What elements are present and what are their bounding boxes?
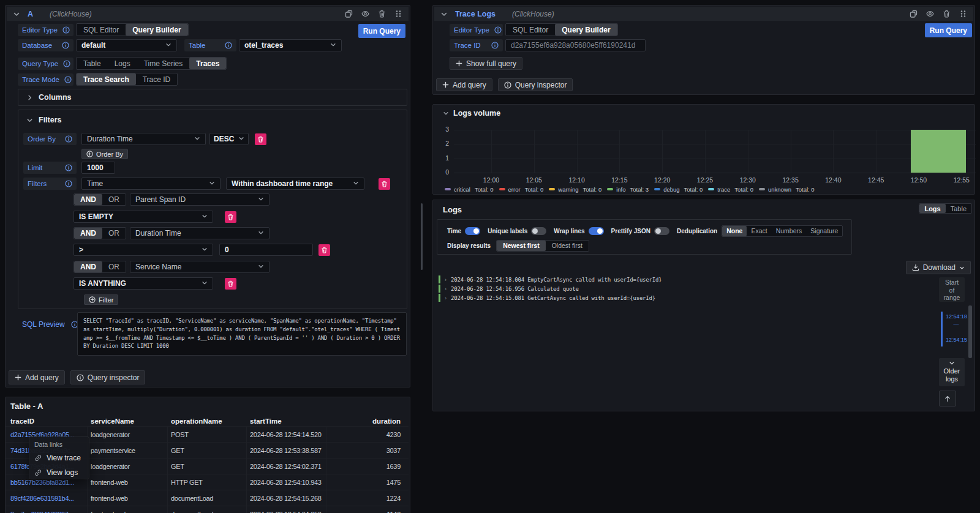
column-header-startTime[interactable]: startTime [247, 418, 326, 425]
table-select[interactable]: otel_traces [239, 39, 342, 51]
or-option[interactable]: OR [102, 261, 126, 272]
newest-first-option[interactable]: Newest first [497, 241, 546, 251]
duplicate-query-icon[interactable] [910, 10, 918, 18]
legend-item-error[interactable]: errorTotal: 0 [499, 186, 544, 193]
query-builder-option[interactable]: Query Builder [126, 24, 187, 36]
query-type-logs[interactable]: Logs [108, 58, 137, 69]
order-by-direction-select[interactable]: DESC [209, 133, 249, 145]
add-query-button[interactable]: Add query [9, 370, 65, 384]
order-by-field-select[interactable]: Duration Time [81, 133, 206, 145]
unique-labels-toggle[interactable] [531, 227, 546, 235]
filter-field-select[interactable]: Service Name [130, 261, 270, 273]
time-toggle[interactable] [465, 227, 480, 235]
query-type-timeseries[interactable]: Time Series [137, 58, 190, 69]
run-query-button[interactable]: Run Query [925, 23, 972, 37]
query-header-a[interactable]: A (ClickHouse) [7, 7, 409, 21]
info-icon[interactable] [225, 42, 232, 49]
filter-time-range-select[interactable]: Within dashboard time range [226, 178, 364, 190]
volume-bar-info[interactable] [911, 130, 966, 173]
limit-input[interactable]: 1000 [81, 162, 115, 174]
trace-search-option[interactable]: Trace Search [77, 73, 136, 85]
hide-response-icon[interactable] [361, 10, 369, 18]
collapse-query-icon[interactable] [13, 10, 20, 18]
info-icon[interactable] [63, 60, 70, 67]
dedup-none-option[interactable]: None [722, 226, 747, 236]
column-header-traceID[interactable]: traceID [6, 418, 88, 425]
or-option[interactable]: OR [102, 228, 126, 239]
older-logs-button[interactable]: Older logs [939, 358, 965, 386]
show-full-query-button[interactable]: Show full query [450, 57, 522, 70]
collapse-filters-icon[interactable] [26, 117, 33, 124]
query-type-table[interactable]: Table [77, 58, 108, 69]
trace-id-link[interactable]: 8ce7acf8694138897... [10, 511, 74, 513]
legend-label[interactable]: info [616, 186, 625, 193]
filter-time-field-select[interactable]: Time [81, 178, 221, 190]
drag-query-icon[interactable] [394, 10, 402, 18]
log-row[interactable]: ›2024-06-28 12:54:16.956 Calculated quot… [439, 284, 919, 293]
expand-columns-icon[interactable] [26, 94, 33, 101]
or-option[interactable]: OR [102, 194, 126, 205]
trace-id-link[interactable]: bb5167b236bfa82d1... [10, 479, 74, 486]
hide-response-icon[interactable] [926, 10, 934, 18]
logs-volume-chart[interactable]: 012312:0012:0512:1012:1512:2012:2512:301… [454, 130, 976, 173]
info-icon[interactable] [65, 180, 72, 187]
add-query-button[interactable]: Add query [436, 78, 492, 91]
dedup-signature-option[interactable]: Signature [806, 226, 842, 236]
legend-label[interactable]: critical [454, 186, 470, 193]
expand-log-icon[interactable]: › [445, 286, 451, 292]
filter-operator-select[interactable]: > [74, 244, 213, 256]
drag-query-icon[interactable] [959, 10, 967, 18]
logs-view-option[interactable]: Logs [919, 204, 945, 213]
info-icon[interactable] [491, 42, 499, 49]
info-icon[interactable] [64, 76, 72, 83]
info-icon[interactable] [65, 135, 72, 143]
query-inspector-button[interactable]: Query inspector [70, 370, 146, 384]
legend-label[interactable]: warning [558, 186, 578, 193]
query-type-traces[interactable]: Traces [189, 58, 226, 69]
duplicate-query-icon[interactable] [345, 10, 353, 18]
prettify-json-toggle[interactable] [654, 227, 669, 235]
wrap-lines-toggle[interactable] [589, 227, 604, 235]
view-logs-menu-item[interactable]: View logs [34, 468, 89, 477]
log-row[interactable]: ›2024-06-28 12:54:15.081 GetCartAsync ca… [439, 293, 919, 302]
run-query-button[interactable]: Run Query [358, 24, 405, 38]
legend-label[interactable]: debug [663, 186, 679, 193]
info-icon[interactable] [494, 26, 502, 34]
column-header-duration[interactable]: duration [326, 418, 409, 425]
table-view-option[interactable]: Table [946, 204, 971, 213]
sql-editor-option[interactable]: SQL Editor [77, 24, 126, 36]
filter-operator-select[interactable]: IS EMPTY [74, 211, 213, 223]
legend-item-warning[interactable]: warningTotal: 0 [549, 186, 601, 193]
legend-item-trace[interactable]: traceTotal: 0 [708, 186, 753, 193]
query-inspector-button[interactable]: Query inspector [498, 78, 573, 91]
filter-field-select[interactable]: Duration Time [130, 227, 270, 239]
collapse-logs-volume-icon[interactable] [443, 110, 449, 116]
trace-id-link[interactable]: 89cf4286e631591b4... [10, 495, 74, 502]
view-trace-menu-item[interactable]: View trace [34, 454, 89, 462]
info-icon[interactable] [62, 26, 70, 34]
legend-label[interactable]: unknown [768, 186, 791, 193]
and-option[interactable]: AND [74, 261, 102, 272]
legend-label[interactable]: error [508, 186, 521, 193]
dedup-numbers-option[interactable]: Numbers [772, 226, 807, 236]
collapse-query-icon[interactable] [440, 10, 448, 18]
legend-label[interactable]: trace [717, 186, 730, 193]
pane-scrollbar[interactable] [421, 203, 423, 270]
legend-item-info[interactable]: infoTotal: 3 [607, 186, 649, 193]
remove-filter-button[interactable] [225, 278, 236, 290]
dedup-exact-option[interactable]: Exact [747, 226, 771, 236]
trace-id-input[interactable]: d2a7155ef6a928a05680e5ff6190241d [505, 39, 646, 51]
legend-item-critical[interactable]: criticalTotal: 0 [445, 186, 494, 193]
log-row[interactable]: ›2024-06-28 12:54:18.004 EmptyCartAsync … [439, 275, 919, 284]
timeline-scrollbar[interactable] [968, 305, 972, 358]
log-range-timeline[interactable] [941, 312, 943, 346]
remove-query-icon[interactable] [943, 10, 951, 18]
remove-order-by-button[interactable] [255, 133, 266, 145]
and-option[interactable]: AND [74, 194, 102, 205]
database-select[interactable]: default [76, 39, 177, 51]
info-icon[interactable] [65, 164, 72, 171]
add-filter-button[interactable]: Filter [84, 294, 118, 305]
column-header-operationName[interactable]: operationName [168, 418, 247, 425]
oldest-first-option[interactable]: Oldest first [546, 241, 589, 251]
download-button[interactable]: Download [906, 261, 971, 274]
